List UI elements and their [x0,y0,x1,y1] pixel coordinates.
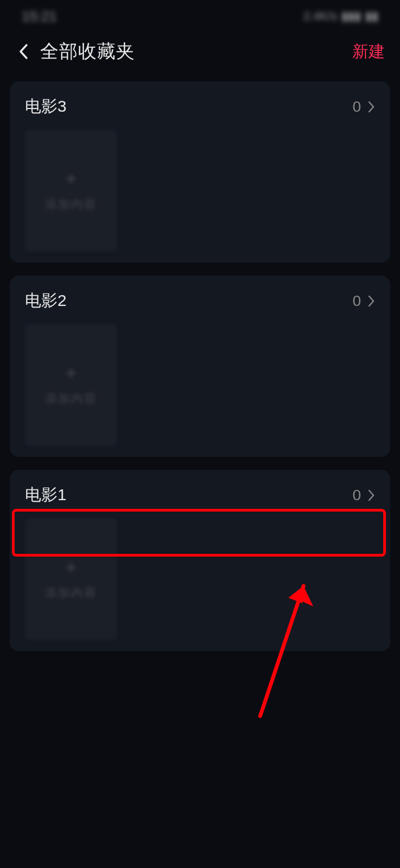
thumb-placeholder-text: 添加内容 [45,585,97,601]
chevron-right-icon [367,295,375,308]
battery-icon: ▮▮ [365,9,378,23]
status-time: 15:21 [22,8,57,25]
back-button[interactable] [11,39,36,64]
folder-name: 电影2 [25,290,352,312]
plus-icon: + [65,558,76,577]
chevron-right-icon [367,489,375,502]
folder-thumbnail-empty[interactable]: + 添加内容 [25,518,117,640]
plus-icon: + [65,169,76,189]
page-header: 全部收藏夹 新建 [0,33,400,71]
chevron-left-icon [18,43,28,60]
folder-count: 0 [352,98,361,116]
folder-name: 电影3 [25,95,352,118]
folder-thumbnail-empty[interactable]: + 添加内容 [25,130,117,252]
folder-thumbnail-empty[interactable]: + 添加内容 [25,324,117,446]
folder-name: 电影1 [25,484,352,506]
status-indicators: 2.4K/s ▮▮▮ ▮▮ [304,9,378,23]
folder-card: 电影2 0 + 添加内容 [10,276,390,457]
thumb-placeholder-text: 添加内容 [45,391,97,407]
folder-count: 0 [352,487,361,504]
folder-count: 0 [352,292,361,310]
thumb-placeholder-text: 添加内容 [45,196,97,213]
folder-header[interactable]: 电影1 0 [10,470,390,518]
folder-list: 电影3 0 + 添加内容 电影2 0 + 添加内容 电影1 0 [0,71,400,651]
folder-card: 电影3 0 + 添加内容 [10,81,390,263]
page-title: 全部收藏夹 [40,39,352,64]
folder-header[interactable]: 电影3 0 [10,81,390,130]
chevron-right-icon [367,100,375,113]
new-button[interactable]: 新建 [352,41,385,63]
plus-icon: + [65,363,76,383]
signal-icon: ▮▮▮ [341,9,361,23]
status-bar: 15:21 2.4K/s ▮▮▮ ▮▮ [0,0,400,33]
folder-card: 电影1 0 + 添加内容 [10,470,390,651]
folder-header[interactable]: 电影2 0 [10,276,390,324]
net-speed: 2.4K/s [304,9,337,23]
